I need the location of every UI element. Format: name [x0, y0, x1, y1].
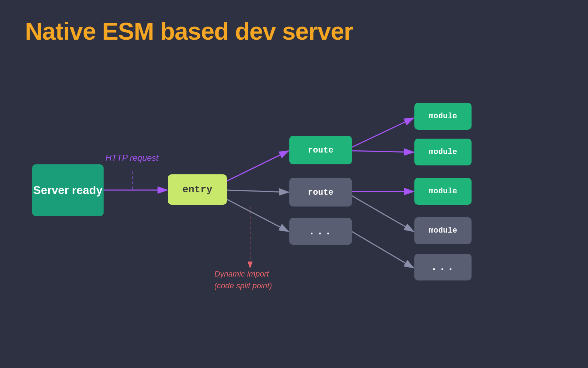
- svg-line-5: [227, 190, 289, 192]
- dots-gray-node: ...: [289, 218, 352, 245]
- server-ready-node: Server ready: [32, 164, 104, 216]
- svg-line-12: [352, 232, 414, 268]
- http-request-label: HTTP request: [105, 153, 159, 163]
- svg-line-8: [352, 118, 414, 147]
- diagram-area: Server ready entry route route ... modul…: [0, 79, 588, 368]
- page-title: Native ESM based dev server: [25, 17, 353, 45]
- svg-line-9: [352, 151, 414, 152]
- module-2-node: module: [414, 139, 472, 165]
- module-1-node: module: [414, 103, 472, 130]
- module-4-node: module: [414, 217, 472, 244]
- route-green-node: route: [289, 136, 352, 164]
- dynamic-import-label: Dynamic import(code split point): [214, 268, 272, 292]
- entry-node: entry: [168, 174, 227, 205]
- svg-line-7: [221, 151, 289, 184]
- svg-line-6: [221, 197, 289, 232]
- svg-line-11: [352, 196, 414, 232]
- route-gray-node: route: [289, 178, 352, 207]
- dots-right-node: ...: [414, 254, 472, 280]
- module-3-node: module: [414, 178, 472, 205]
